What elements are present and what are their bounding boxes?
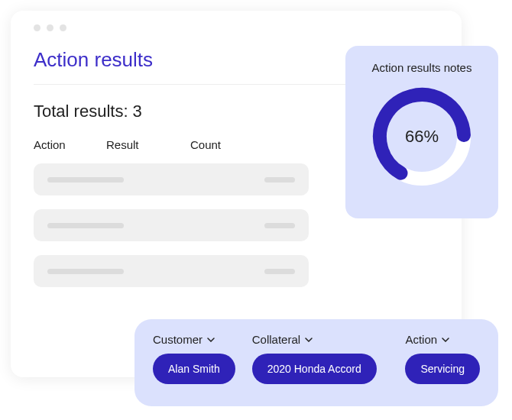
filter-collateral-dropdown[interactable]: Collateral (252, 333, 377, 346)
column-action: Action (34, 138, 106, 151)
table-row (34, 209, 309, 241)
collateral-pill[interactable]: 2020 Honda Accord (252, 354, 377, 384)
table-row (34, 255, 309, 287)
skeleton-bar-icon (264, 223, 295, 228)
filter-action-dropdown[interactable]: Action (405, 333, 480, 346)
chevron-down-icon (442, 338, 449, 342)
window-controls (34, 24, 439, 31)
filter-customer-dropdown[interactable]: Customer (153, 333, 235, 346)
filter-collateral: Collateral 2020 Honda Accord (252, 333, 377, 384)
window-dot-icon (47, 24, 53, 31)
progress-percent-label: 66% (405, 127, 439, 147)
column-result: Result (106, 138, 190, 151)
column-count: Count (190, 138, 267, 151)
chevron-down-icon (207, 338, 215, 342)
skeleton-bar-icon (264, 269, 295, 274)
filter-bar: Customer Alan Smith Collateral 2020 Hond… (134, 319, 498, 406)
filter-action: Action Servicing (405, 333, 480, 384)
notes-title: Action results notes (361, 61, 483, 74)
action-pill[interactable]: Servicing (405, 354, 480, 384)
progress-donut: 66% (368, 83, 475, 190)
filter-customer-label: Customer (153, 333, 203, 346)
skeleton-bar-icon (47, 269, 124, 274)
action-results-notes-card: Action results notes 66% (345, 46, 498, 218)
filter-action-label: Action (405, 333, 437, 346)
skeleton-bar-icon (47, 177, 124, 183)
chevron-down-icon (305, 338, 313, 342)
filter-collateral-label: Collateral (252, 333, 300, 346)
customer-pill[interactable]: Alan Smith (153, 354, 235, 384)
window-dot-icon (34, 24, 41, 31)
table-row (34, 163, 309, 195)
window-dot-icon (60, 24, 66, 31)
skeleton-bar-icon (264, 177, 295, 183)
filter-customer: Customer Alan Smith (153, 333, 235, 384)
skeleton-bar-icon (47, 223, 124, 228)
